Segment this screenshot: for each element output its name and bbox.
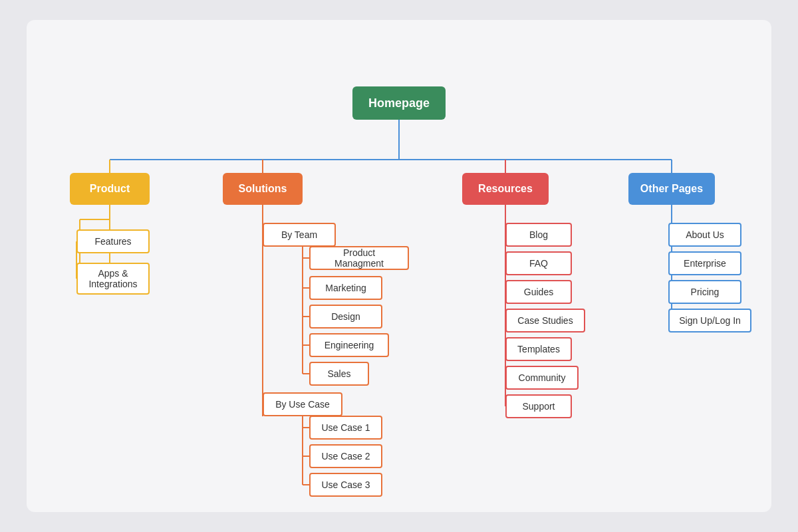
features-node[interactable]: Features	[76, 229, 150, 253]
aboutus-node[interactable]: About Us	[668, 223, 741, 247]
resources-label: Resources	[478, 183, 533, 195]
support-label: Support	[522, 401, 555, 412]
casestudies-label: Case Studies	[517, 315, 573, 326]
apps-node[interactable]: Apps & Integrations	[76, 263, 150, 295]
casestudies-node[interactable]: Case Studies	[505, 309, 585, 332]
features-label: Features	[94, 236, 131, 247]
templates-node[interactable]: Templates	[505, 337, 572, 361]
prodmgmt-node[interactable]: Product Managment	[309, 246, 409, 270]
byteam-node[interactable]: By Team	[263, 223, 336, 247]
product-label: Product	[90, 183, 130, 195]
usecase1-node[interactable]: Use Case 1	[309, 416, 382, 440]
otherpages-node[interactable]: Other Pages	[628, 173, 715, 205]
diagram-container: Homepage Product Features Apps & Integra…	[27, 20, 771, 512]
blog-node[interactable]: Blog	[505, 223, 572, 247]
apps-label: Apps & Integrations	[84, 268, 142, 289]
pricing-node[interactable]: Pricing	[668, 280, 741, 304]
usecase3-label: Use Case 3	[321, 479, 370, 490]
faq-label: FAQ	[529, 258, 548, 269]
guides-label: Guides	[524, 287, 553, 297]
pricing-label: Pricing	[691, 287, 720, 297]
engineering-node[interactable]: Engineering	[309, 333, 389, 357]
homepage-label: Homepage	[368, 96, 430, 110]
product-node[interactable]: Product	[70, 173, 150, 205]
solutions-label: Solutions	[239, 183, 287, 195]
blog-label: Blog	[529, 229, 548, 240]
signup-node[interactable]: Sign Up/Log In	[668, 309, 751, 332]
aboutus-label: About Us	[686, 229, 724, 240]
enterprise-node[interactable]: Enterprise	[668, 251, 741, 275]
usecase3-node[interactable]: Use Case 3	[309, 473, 382, 497]
otherpages-label: Other Pages	[640, 183, 703, 195]
sales-label: Sales	[327, 368, 350, 379]
support-node[interactable]: Support	[505, 394, 572, 418]
solutions-node[interactable]: Solutions	[223, 173, 303, 205]
faq-node[interactable]: FAQ	[505, 251, 572, 275]
engineering-label: Engineering	[325, 340, 374, 350]
marketing-node[interactable]: Marketing	[309, 276, 382, 300]
resources-node[interactable]: Resources	[462, 173, 549, 205]
templates-label: Templates	[517, 344, 560, 354]
usecase1-label: Use Case 1	[321, 422, 370, 433]
guides-node[interactable]: Guides	[505, 280, 572, 304]
community-label: Community	[519, 372, 566, 383]
signup-label: Sign Up/Log In	[679, 315, 741, 326]
homepage-node[interactable]: Homepage	[352, 86, 446, 120]
design-label: Design	[331, 311, 360, 322]
usecase2-node[interactable]: Use Case 2	[309, 444, 382, 468]
byteam-label: By Team	[281, 229, 317, 240]
design-node[interactable]: Design	[309, 305, 382, 329]
byusecase-label: By Use Case	[275, 399, 330, 410]
sales-node[interactable]: Sales	[309, 362, 369, 386]
enterprise-label: Enterprise	[684, 258, 726, 269]
byusecase-node[interactable]: By Use Case	[263, 392, 342, 416]
usecase2-label: Use Case 2	[321, 451, 370, 462]
community-node[interactable]: Community	[505, 366, 579, 390]
marketing-label: Marketing	[325, 283, 366, 293]
prodmgmt-label: Product Managment	[317, 247, 401, 269]
